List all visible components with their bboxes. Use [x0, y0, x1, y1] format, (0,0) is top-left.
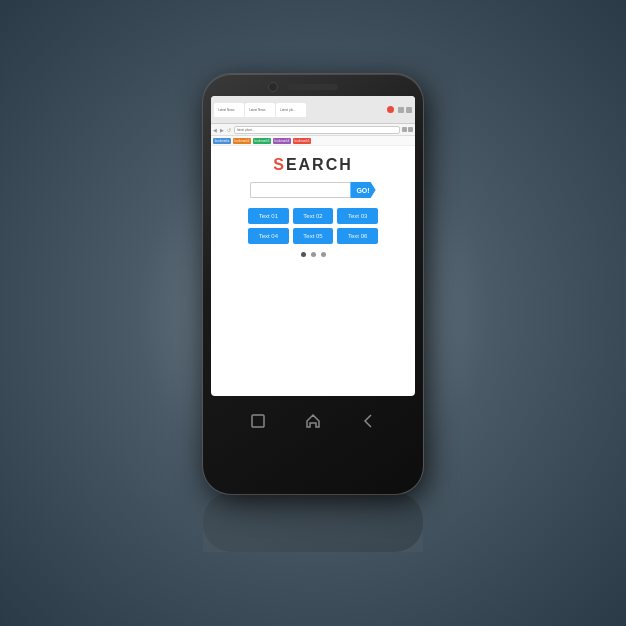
search-go-button[interactable]: GO!	[350, 182, 375, 198]
phone-bottom-nav	[211, 396, 415, 446]
dot-1[interactable]	[301, 252, 306, 257]
browser-tab-1[interactable]: Latest News	[214, 103, 244, 117]
minimize-button[interactable]	[398, 107, 404, 113]
browser-tab-2[interactable]: Latest News	[245, 103, 275, 117]
phone-speaker	[288, 84, 338, 90]
refresh-button[interactable]: ↺	[227, 127, 232, 132]
home-nav-icon[interactable]	[302, 410, 324, 432]
maximize-button[interactable]	[406, 107, 412, 113]
bookmark-1[interactable]: bookmarks	[213, 138, 231, 144]
carousel-dots	[301, 252, 326, 257]
square-nav-icon[interactable]	[247, 410, 269, 432]
browser-controls	[398, 107, 412, 113]
back-button[interactable]: ◀	[213, 127, 218, 132]
svg-rect-0	[252, 415, 264, 427]
star-icon[interactable]	[402, 127, 407, 132]
bookmark-3[interactable]: bookmark3	[253, 138, 271, 144]
browser-tabs: Latest News Latest News Latest pla...	[214, 103, 383, 117]
phone-reflection	[203, 492, 423, 552]
text-grid: Text 01 Text 02 Text 03 Text 04 Text 05	[248, 208, 378, 244]
smartphone: Latest News Latest News Latest pla...	[203, 74, 423, 494]
grid-item-2[interactable]: Text 02	[293, 208, 334, 224]
address-bar[interactable]: latest place...	[234, 126, 400, 134]
grid-item-6[interactable]: Text 06	[337, 228, 378, 244]
browser-tab-3[interactable]: Latest pla...	[276, 103, 306, 117]
browser-close-button[interactable]	[387, 106, 394, 113]
menu-icon[interactable]	[408, 127, 413, 132]
reflection-inner	[203, 492, 423, 552]
grid-item-3[interactable]: Text 03	[337, 208, 378, 224]
bookmark-2[interactable]: bookmark2	[233, 138, 251, 144]
dot-3[interactable]	[321, 252, 326, 257]
grid-item-1[interactable]: Text 01	[248, 208, 289, 224]
browser-nav-bar: ◀ ▶ ↺ latest place...	[211, 124, 415, 136]
search-title-rest: EARCH	[286, 156, 353, 173]
phone-wrapper: Latest News Latest News Latest pla...	[203, 74, 423, 552]
grid-item-5[interactable]: Text 05	[293, 228, 334, 244]
search-title: SEARCH	[273, 156, 353, 174]
browser-tab-bar: Latest News Latest News Latest pla...	[211, 96, 415, 124]
browser-menu-icons	[402, 127, 413, 132]
search-row: GO!	[219, 182, 407, 198]
phone-screen: Latest News Latest News Latest pla...	[211, 96, 415, 396]
dot-2[interactable]	[311, 252, 316, 257]
search-input[interactable]	[250, 182, 350, 198]
bookmarks-bar: bookmarks bookmark2 bookmark3 bookmark4 …	[211, 136, 415, 146]
bookmark-5[interactable]: bookmark5	[293, 138, 311, 144]
bookmark-4[interactable]: bookmark4	[273, 138, 291, 144]
grid-item-4[interactable]: Text 04	[248, 228, 289, 244]
back-nav-icon[interactable]	[357, 410, 379, 432]
search-title-s: S	[273, 156, 286, 173]
forward-button[interactable]: ▶	[220, 127, 225, 132]
screen-content: SEARCH GO! Text 01 Text 02	[211, 146, 415, 267]
